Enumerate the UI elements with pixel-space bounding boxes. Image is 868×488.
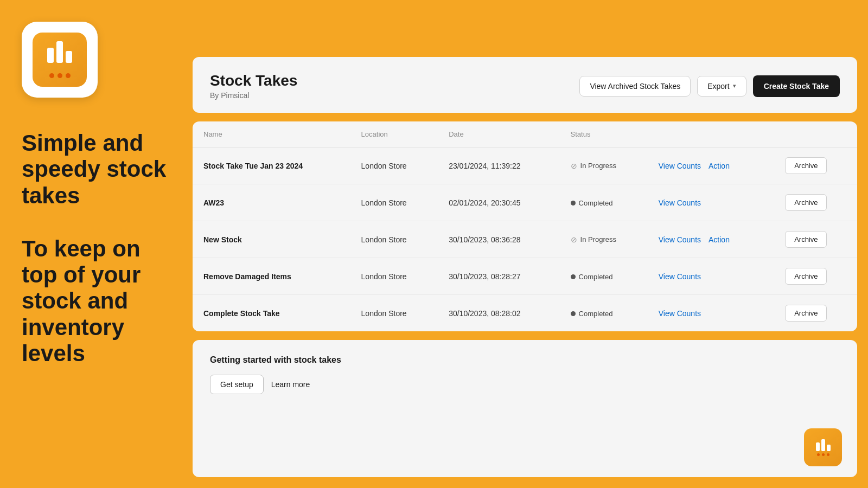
view-counts-link[interactable]: View Counts [659,309,701,318]
status-badge: ⊘ In Progress [571,235,616,244]
cell-name: AW23 [193,184,350,221]
gs-dots [817,453,829,456]
action-link[interactable]: Action [709,235,730,244]
archive-button[interactable]: Archive [785,157,827,174]
stock-takes-table: Name Location Date Status Stock Take Tue… [193,121,857,331]
cell-archive: Archive [774,221,857,258]
cell-actions: View Counts Action [648,221,774,258]
logo-dots [49,73,71,78]
cell-actions: View Counts [648,295,774,332]
row-actions: View Counts [659,198,763,207]
in-progress-icon: ⊘ [571,235,577,244]
table-header-row: Name Location Date Status [193,121,857,147]
table-row: AW23 London Store 02/01/2024, 20:30:45 C… [193,184,857,221]
gs-dot-3 [827,453,829,456]
gs-bars [816,439,831,451]
in-progress-icon: ⊘ [571,162,577,170]
logo-bar-2 [56,41,63,63]
cell-actions: View Counts [648,184,774,221]
app-logo-container [22,22,98,98]
getting-started-logo [804,428,842,466]
row-actions: View Counts [659,309,763,318]
gs-bar-1 [816,442,820,451]
col-location: Location [350,121,438,147]
status-badge: Completed [571,310,613,318]
cell-location: London Store [350,258,438,295]
right-panel: Stock Takes By Pimsical View Archived St… [193,57,857,477]
completed-dot [571,274,576,279]
completed-dot [571,311,576,316]
cell-archive: Archive [774,184,857,221]
get-setup-button[interactable]: Get setup [210,375,264,394]
cell-status: ⊘ In Progress [560,147,648,184]
cell-date: 30/10/2023, 08:36:28 [438,221,559,258]
status-badge: Completed [571,273,613,281]
table-row: New Stock London Store 30/10/2023, 08:36… [193,221,857,258]
header-actions: View Archived Stock Takes Export ▾ Creat… [579,75,840,97]
page-subtitle: By Pimsical [210,91,297,100]
view-counts-link[interactable]: View Counts [659,235,701,244]
cell-status: Completed [560,295,648,332]
gs-dot-1 [817,453,820,456]
getting-started-actions: Get setup Learn more [210,375,840,394]
cell-location: London Store [350,184,438,221]
gs-bar-3 [827,445,831,451]
cell-status: Completed [560,184,648,221]
table-row: Remove Damaged Items London Store 30/10/… [193,258,857,295]
cell-location: London Store [350,147,438,184]
view-counts-link[interactable]: View Counts [659,272,701,281]
logo-dot-1 [49,73,54,78]
col-date: Date [438,121,559,147]
row-actions: View Counts Action [659,235,763,244]
cell-date: 30/10/2023, 08:28:27 [438,258,559,295]
archive-button[interactable]: Archive [785,194,827,211]
logo-bars [47,41,72,67]
logo-dot-2 [58,73,62,78]
view-counts-link[interactable]: View Counts [659,162,701,170]
row-actions: View Counts Action [659,162,763,170]
archive-button[interactable]: Archive [785,268,827,285]
gs-dot-2 [822,453,825,456]
cell-status: ⊘ In Progress [560,221,648,258]
logo-dot-3 [66,73,71,78]
cell-location: London Store [350,295,438,332]
stock-takes-table-card: Name Location Date Status Stock Take Tue… [193,121,857,331]
page-title-area: Stock Takes By Pimsical [210,72,297,100]
cell-archive: Archive [774,295,857,332]
col-name: Name [193,121,350,147]
status-badge: ⊘ In Progress [571,162,616,170]
gs-bar-2 [821,439,825,451]
cell-name: Stock Take Tue Jan 23 2024 [193,147,350,184]
logo-bar-1 [47,48,54,63]
col-actions [648,121,774,147]
create-stock-take-button[interactable]: Create Stock Take [753,75,840,97]
left-panel: Simple and speedy stock takes To keep on… [0,0,190,488]
cell-name: Complete Stock Take [193,295,350,332]
row-actions: View Counts [659,272,763,281]
cell-date: 23/01/2024, 11:39:22 [438,147,559,184]
cell-archive: Archive [774,258,857,295]
col-archive [774,121,857,147]
tagline-2: To keep on top of your stock and invento… [22,236,168,367]
export-button[interactable]: Export ▾ [697,76,746,97]
cell-actions: View Counts Action [648,147,774,184]
header-card: Stock Takes By Pimsical View Archived St… [193,57,857,113]
learn-more-button[interactable]: Learn more [269,375,312,394]
getting-started-title: Getting started with stock takes [210,355,840,365]
cell-archive: Archive [774,147,857,184]
cell-date: 30/10/2023, 08:28:02 [438,295,559,332]
cell-actions: View Counts [648,258,774,295]
view-archived-button[interactable]: View Archived Stock Takes [579,76,691,97]
table-row: Complete Stock Take London Store 30/10/2… [193,295,857,332]
archive-button[interactable]: Archive [785,305,827,322]
page-title: Stock Takes [210,72,297,89]
view-counts-link[interactable]: View Counts [659,198,701,207]
getting-started-card: Getting started with stock takes Get set… [193,340,857,477]
cell-location: London Store [350,221,438,258]
archive-button[interactable]: Archive [785,231,827,248]
logo-bar-3 [66,51,72,63]
status-badge: Completed [571,199,613,207]
export-chevron-icon: ▾ [733,82,736,89]
action-link[interactable]: Action [709,162,730,170]
completed-dot [571,201,576,206]
